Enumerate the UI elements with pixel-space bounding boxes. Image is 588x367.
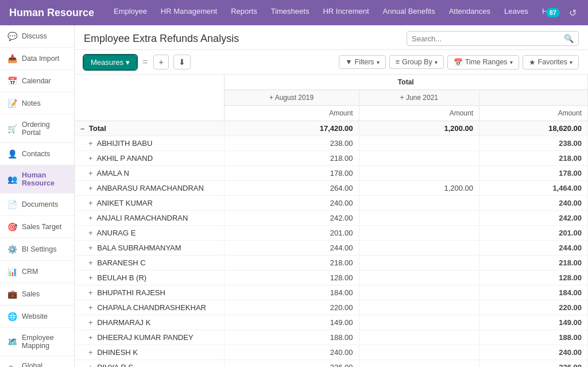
row-aug2019: 201.00: [224, 226, 359, 241]
row-aug2019: 244.00: [224, 241, 359, 256]
row-aug2019: 218.00: [224, 256, 359, 271]
sidebar-item-sales[interactable]: 💼Sales: [0, 283, 74, 306]
nav-link-hr-reminder[interactable]: Hr Reminder: [536, 3, 546, 22]
collapse-icon[interactable]: –: [80, 124, 84, 133]
sidebar-item-sales-target[interactable]: 🎯Sales Target: [0, 216, 74, 238]
timeranges-button[interactable]: 📅 Time Ranges ▾: [447, 55, 519, 69]
sidebar-icon: 🎯: [7, 222, 17, 232]
nav-link-hr-management[interactable]: HR Management: [155, 3, 223, 22]
sidebar-item-global-search[interactable]: 🔍Global Search: [0, 356, 74, 367]
search-input[interactable]: [412, 34, 564, 43]
sidebar-label: Documents: [22, 200, 58, 208]
expand-icon[interactable]: +: [88, 303, 93, 312]
nav-link-leaves[interactable]: Leaves: [498, 3, 534, 22]
sidebar-item-documents[interactable]: 📄Documents: [0, 194, 74, 216]
sidebar-label: Sales: [22, 290, 40, 298]
expand-icon[interactable]: +: [88, 333, 93, 342]
favorites-button[interactable]: ★ Favorites ▾: [523, 55, 579, 69]
expand-icon[interactable]: +: [88, 348, 93, 357]
nav-link-timesheets[interactable]: Timesheets: [265, 3, 315, 22]
row-aug2019: 264.00: [224, 181, 359, 196]
row-name: + ABHIJITH BABU: [75, 136, 224, 151]
sidebar-label: Employee Mapping: [22, 334, 67, 350]
nav-link-employee[interactable]: Employee: [108, 3, 153, 22]
calendar-icon: 📅: [454, 58, 463, 67]
nav-link-hr-increment[interactable]: HR Increment: [317, 3, 374, 22]
row-name: + ANIKET KUMAR: [75, 196, 224, 211]
nav-link-reports[interactable]: Reports: [225, 3, 263, 22]
search-box: 🔍: [407, 31, 579, 46]
expand-icon[interactable]: +: [88, 184, 93, 192]
nav-link-annual-benefits[interactable]: Annual Benefits: [377, 3, 441, 22]
table-row: + ANURAG E 201.00 201.00: [75, 226, 588, 241]
sidebar-label: Human Resource: [22, 171, 67, 187]
expand-icon[interactable]: +: [88, 169, 93, 177]
sidebar-item-ordering-portal[interactable]: 🛒Ordering Portal: [0, 115, 74, 143]
expand-icon[interactable]: +: [88, 229, 93, 237]
expand-icon[interactable]: +: [88, 199, 93, 207]
sidebar-item-discuss[interactable]: 💬Discuss: [0, 25, 74, 48]
expand-icon[interactable]: +: [88, 244, 93, 252]
table-row: + DIVYA R S 226.00 226.00: [75, 360, 588, 368]
download-button[interactable]: ⬇: [173, 55, 191, 69]
row-jun2021: [359, 345, 479, 360]
sidebar-item-data-import[interactable]: 📥Data Import: [0, 48, 74, 70]
table-row: + DHINESH K 240.00 240.00: [75, 345, 588, 360]
data-table: Total + August 2019 + June 2021 Amount: [75, 75, 588, 367]
sidebar-item-website[interactable]: 🌐Website: [0, 306, 74, 328]
row-jun2021: [359, 226, 479, 241]
notification-badge: 87: [546, 8, 560, 17]
row-aug2019: 128.00: [224, 271, 359, 285]
table-row: + ANIKET KUMAR 240.00 240.00: [75, 196, 588, 211]
groupby-button[interactable]: ≡ Group By ▾: [389, 55, 444, 69]
star-icon: ★: [529, 58, 536, 67]
sidebar-icon: 📅: [7, 76, 17, 86]
table-row: + DHEERAJ KUMAR PANDEY 188.00 188.00: [75, 330, 588, 345]
sidebar-item-contacts[interactable]: 👤Contacts: [0, 143, 74, 165]
app-title: Human Resource: [9, 7, 94, 19]
row-name: + BARANESH C: [75, 256, 224, 271]
expand-icon[interactable]: +: [88, 214, 93, 222]
sidebar-label: Website: [22, 312, 48, 320]
row-total: 244.00: [479, 241, 588, 256]
expand-icon[interactable]: +: [88, 363, 93, 367]
expand-icon[interactable]: +: [88, 288, 93, 297]
sidebar-item-employee-mapping[interactable]: 🗺️Employee Mapping: [0, 328, 74, 356]
row-total: 240.00: [479, 196, 588, 211]
add-button[interactable]: +: [153, 55, 168, 69]
row-jun2021: [359, 196, 479, 211]
nav-link-attendances[interactable]: Attendances: [443, 3, 496, 22]
row-aug2019: 178.00: [224, 166, 359, 181]
filters-button[interactable]: ▼ Filters ▾: [339, 55, 385, 69]
toolbar: Measures ▾ = + ⬇ ▼ Filters ▾ ≡ Group By …: [75, 50, 588, 75]
expand-icon[interactable]: +: [88, 318, 93, 327]
expand-icon[interactable]: +: [88, 258, 93, 267]
sidebar-icon: 💬: [7, 31, 17, 41]
sidebar-item-bi-settings[interactable]: ⚙️BI Settings: [0, 238, 74, 261]
amount-col-total: Amount: [479, 106, 588, 121]
expand-icon[interactable]: +: [88, 139, 93, 148]
row-jun2021: [359, 285, 479, 300]
sidebar-item-crm[interactable]: 📊CRM: [0, 261, 74, 283]
table-wrapper: Total + August 2019 + June 2021 Amount: [75, 75, 588, 367]
main-layout: 💬Discuss📥Data Import📅Calendar📝Notes🛒Orde…: [0, 25, 588, 367]
total-header: Total: [398, 78, 414, 86]
expand-icon[interactable]: +: [88, 154, 93, 163]
row-jun2021: [359, 151, 479, 166]
toolbar-right: ▼ Filters ▾ ≡ Group By ▾ 📅 Time Ranges ▾…: [339, 55, 579, 69]
measures-button[interactable]: Measures ▾: [84, 55, 137, 69]
row-name: + AKHIL P ANAND: [75, 151, 224, 166]
total-aug2019: 17,420.00: [224, 121, 359, 136]
row-name: + DHINESH K: [75, 345, 224, 360]
sidebar-icon: 📊: [7, 266, 17, 277]
sidebar-label: Discuss: [22, 32, 47, 40]
expand-icon[interactable]: +: [88, 273, 93, 282]
row-jun2021: [359, 211, 479, 226]
refresh-button[interactable]: ↺: [567, 5, 579, 21]
row-total: 128.00: [479, 271, 588, 285]
table-row: + AKHIL P ANAND 218.00 218.00: [75, 151, 588, 166]
sidebar-item-calendar[interactable]: 📅Calendar: [0, 70, 74, 92]
sidebar-icon: 🔍: [7, 365, 17, 367]
sidebar-item-human-resource[interactable]: 👥Human Resource: [0, 165, 74, 194]
sidebar-item-notes[interactable]: 📝Notes: [0, 92, 74, 115]
